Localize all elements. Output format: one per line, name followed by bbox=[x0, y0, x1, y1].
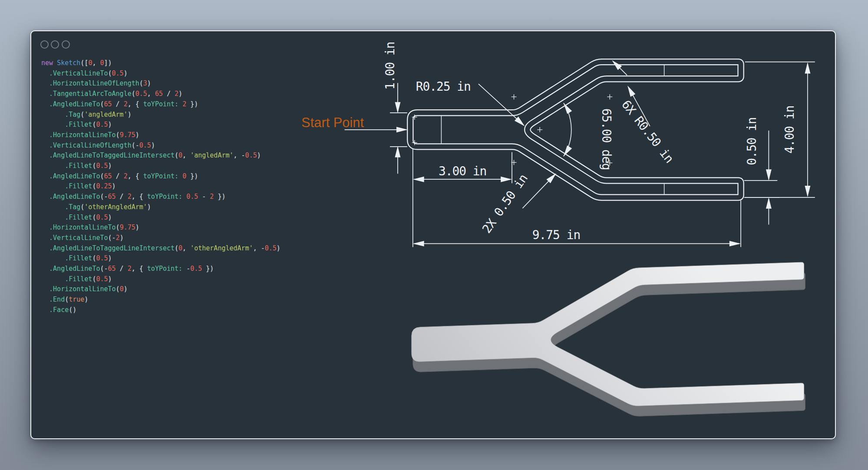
dim-arm-end-label: 0.50 in bbox=[745, 117, 759, 165]
dim-arm-width-label: 2X 0.50 in bbox=[479, 171, 530, 236]
dim-total-length-label: 9.75 in bbox=[532, 228, 580, 242]
app-window: new Sketch([0, 0]) .VerticalLineTo(0.5) … bbox=[30, 30, 836, 439]
start-point-label: Start Point bbox=[301, 115, 364, 130]
dim-stem-length-label: 3.00 in bbox=[439, 164, 486, 178]
fillet-radius-note: R0.25 in bbox=[416, 79, 471, 94]
desktop-background: new Sketch([0, 0]) .VerticalLineTo(0.5) … bbox=[0, 0, 868, 470]
dim-angle-label: 65.00 deg bbox=[599, 108, 614, 170]
dim-total-height-label: 4.00 in bbox=[782, 106, 797, 154]
technical-drawing: Start Point 1.00 in R0.25 in 3.00 in 65.… bbox=[301, 42, 815, 247]
part-3d-render bbox=[412, 262, 805, 416]
cad-canvas: Start Point 1.00 in R0.25 in 3.00 in 65.… bbox=[31, 31, 835, 438]
dim-stem-height-label: 1.00 in bbox=[383, 42, 397, 89]
fillet-count-note: 6X R0.50 in bbox=[619, 97, 677, 165]
